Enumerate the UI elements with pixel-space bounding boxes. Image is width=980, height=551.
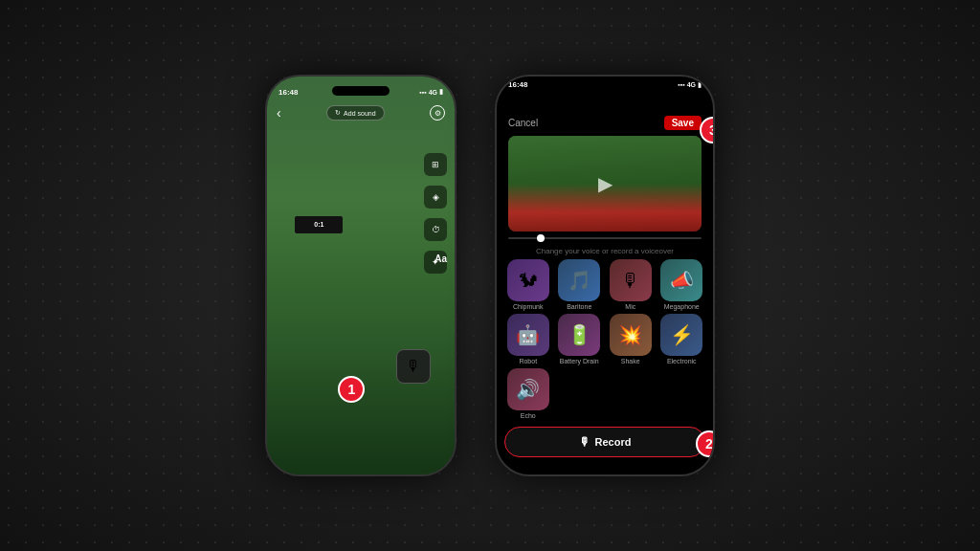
refresh-icon: ↻ <box>335 109 341 117</box>
flip-camera-button[interactable]: ⊞ <box>424 153 447 176</box>
filters-button[interactable]: ◈ <box>424 186 447 209</box>
electronic-label: Electronic <box>667 358 697 364</box>
timer-button[interactable]: ⏱ <box>424 218 447 241</box>
text-tool[interactable]: Aa <box>434 253 447 264</box>
dynamic-island <box>332 86 390 96</box>
signal-bars: ▪▪▪ <box>419 89 426 96</box>
mic-label: Mic <box>625 303 635 310</box>
phone-effects: 16:48 ▪▪▪ 4G ▮ Cancel Save ▶ <box>495 75 715 476</box>
phone-camera: 0:1 16:48 ▪▪▪ 4G ▮ ‹ ↻ Add sound ⚙ ⊞ ◈ ⏱… <box>265 75 457 476</box>
video-preview[interactable]: ▶ <box>508 136 702 231</box>
effect-megaphone[interactable]: 📣 Megaphone <box>658 259 706 310</box>
shake-label: Shake <box>621 358 640 364</box>
progress-track <box>508 237 702 239</box>
voice-instructions: Change your voice or record a voiceover <box>497 245 713 259</box>
chipmunk-icon: 🐿 <box>507 259 549 301</box>
effect-echo[interactable]: 🔊 Echo <box>504 368 552 419</box>
scoreboard: 0:1 <box>295 216 343 233</box>
add-sound-button[interactable]: ↻ Add sound <box>326 105 384 121</box>
time-phone1: 16:48 <box>278 88 298 97</box>
camera-top-bar: ‹ ↻ Add sound ⚙ <box>267 105 455 121</box>
baritone-label: Baritone <box>567 303 591 310</box>
add-sound-label: Add sound <box>344 110 375 117</box>
mic-record-icon: 🎙 <box>579 435 590 449</box>
robot-icon: 🤖 <box>507 314 549 356</box>
mic-icon: 🎙 <box>610 259 652 301</box>
main-scene: 0:1 16:48 ▪▪▪ 4G ▮ ‹ ↻ Add sound ⚙ ⊞ ◈ ⏱… <box>0 0 980 551</box>
echo-label: Echo <box>521 412 536 419</box>
megaphone-label: Megaphone <box>664 303 700 310</box>
progress-area[interactable] <box>497 231 713 245</box>
effects-header: Cancel Save <box>497 89 713 136</box>
status-icons-phone2: ▪▪▪ 4G ▮ <box>678 81 702 89</box>
battery-drain-label: Battery Drain <box>560 358 599 364</box>
effect-mic[interactable]: 🎙 Mic <box>607 259 655 310</box>
save-button[interactable]: Save <box>664 116 702 130</box>
dynamic-island-2 <box>576 86 634 96</box>
time-phone2: 16:48 <box>508 80 527 89</box>
baritone-icon: 🎵 <box>558 259 600 301</box>
signal-type-2: 4G <box>687 81 696 88</box>
shake-icon: 💥 <box>610 314 652 356</box>
battery-drain-icon: 🔋 <box>558 314 600 356</box>
voice-icon: 🎙 <box>406 358 421 375</box>
play-button[interactable]: ▶ <box>508 136 702 231</box>
record-area: 🎙 Record <box>497 419 713 469</box>
progress-thumb <box>537 234 545 242</box>
robot-label: Robot <box>519 358 537 364</box>
status-icons-phone1: ▪▪▪ 4G ▮ <box>419 88 443 96</box>
badge-2: 2 <box>696 430 715 457</box>
effects-screen: 16:48 ▪▪▪ 4G ▮ Cancel Save ▶ <box>497 77 713 474</box>
effect-robot[interactable]: 🤖 Robot <box>504 314 552 364</box>
cancel-button[interactable]: Cancel <box>508 118 538 128</box>
voice-effect-button[interactable]: 🎙 <box>396 349 431 384</box>
effect-baritone[interactable]: 🎵 Baritone <box>556 259 604 310</box>
effects-grid: 🐿 Chipmunk 🎵 Baritone 🎙 Mic 📣 Megaphone … <box>497 259 713 419</box>
back-button[interactable]: ‹ <box>277 105 281 121</box>
settings-button[interactable]: ⚙ <box>430 105 445 121</box>
effect-battery-drain[interactable]: 🔋 Battery Drain <box>556 314 604 364</box>
electronic-icon: ⚡ <box>660 314 702 356</box>
megaphone-icon: 📣 <box>660 259 702 301</box>
echo-icon: 🔊 <box>507 368 549 410</box>
effect-shake[interactable]: 💥 Shake <box>607 314 655 364</box>
effect-chipmunk[interactable]: 🐿 Chipmunk <box>504 259 552 310</box>
battery-icon-2: ▮ <box>698 81 702 89</box>
signal-type: 4G <box>429 89 437 96</box>
record-label: Record <box>595 436 632 448</box>
record-button[interactable]: 🎙 Record <box>504 427 705 457</box>
effect-electronic[interactable]: ⚡ Electronic <box>658 314 706 364</box>
chipmunk-label: Chipmunk <box>513 303 544 310</box>
battery-icon: ▮ <box>439 88 443 96</box>
signal-bars-2: ▪▪▪ <box>678 81 684 88</box>
stadium-overlay <box>267 77 455 474</box>
